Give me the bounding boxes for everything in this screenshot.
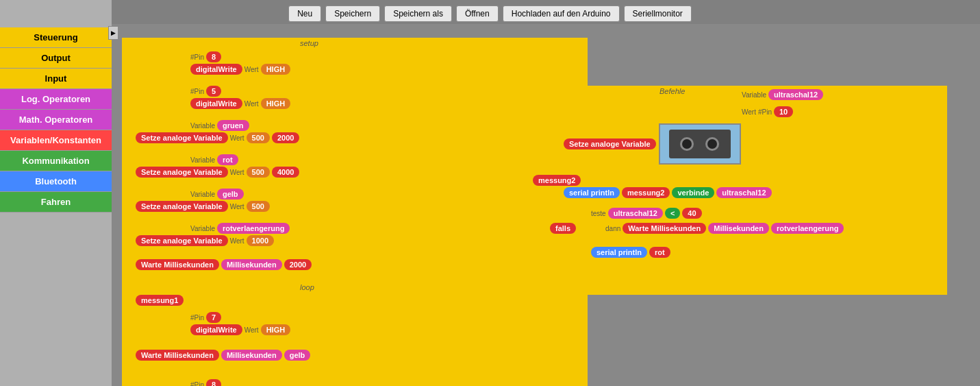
block-dw1: #Pin 8 digitalWrite Wert HIGH xyxy=(190,51,290,75)
wert-1000[interactable]: 1000 xyxy=(247,235,274,246)
sidebar-item-steuerung[interactable]: Steuerung xyxy=(0,27,112,48)
var-rotverlaengerung[interactable]: rotverlaengerung xyxy=(217,223,290,234)
setup-label: setup xyxy=(300,39,318,47)
block-sa3: Variable gelb Setze analoge Variable Wer… xyxy=(136,189,270,212)
messung1-block: messung1 xyxy=(136,295,184,306)
sensor-eye-left xyxy=(680,137,694,151)
block-sa2: Variable rot Setze analoge Variable Wert… xyxy=(136,154,299,178)
right-yellow-panel: Befehle messung2 Variable ultraschal12 W… xyxy=(529,86,947,295)
setze-analoge-3[interactable]: Setze analoge Variable xyxy=(136,201,228,212)
setze-analoge-2[interactable]: Setze analoge Variable xyxy=(136,167,228,178)
messung2-r[interactable]: messung2 xyxy=(622,187,670,198)
seriellmonitor-button[interactable]: Seriellmonitor xyxy=(624,5,692,22)
lt-sign[interactable]: < xyxy=(665,208,680,219)
value-40[interactable]: 40 xyxy=(682,208,701,219)
warte-ms-1[interactable]: Warte Millisekunden xyxy=(136,259,219,270)
digital-write-2-label[interactable]: digitalWrite xyxy=(190,98,242,109)
toolbar: Neu Speichern Speichern als Öffnen Hochl… xyxy=(0,5,980,22)
wert-500-3[interactable]: 500 xyxy=(247,201,270,212)
sensor-eye-right xyxy=(705,137,719,151)
sensor-image xyxy=(659,123,741,165)
befehle-label: Befehle xyxy=(659,87,685,95)
serial-println-1[interactable]: serial println xyxy=(564,187,620,198)
extra-4000[interactable]: 4000 xyxy=(272,167,299,178)
pin-5-pill[interactable]: 5 xyxy=(206,86,221,97)
ms-label-2[interactable]: Millisekunden xyxy=(221,350,282,361)
ms-gelb[interactable]: gelb xyxy=(284,350,311,361)
var-header: Variable ultraschal12 xyxy=(742,89,823,100)
var-gelb[interactable]: gelb xyxy=(217,189,244,200)
speichern-als-button[interactable]: Speichern als xyxy=(384,5,452,22)
block-warte1: Warte Millisekunden Millisekunden 2000 xyxy=(136,259,312,270)
setze-analoge-1[interactable]: Setze analoge Variable xyxy=(136,132,228,143)
falls-row: falls dann Warte Millisekunden Milliseku… xyxy=(550,223,844,234)
var-rot[interactable]: rot xyxy=(217,154,238,165)
block-dw2: #Pin 5 digitalWrite Wert HIGH xyxy=(190,86,290,109)
block-dw3: #Pin 7 digitalWrite Wert HIGH xyxy=(190,312,290,335)
warte-ms-2[interactable]: Warte Millisekunden xyxy=(136,350,219,361)
sidebar-item-variablen[interactable]: Variablen/Konstanten xyxy=(0,130,112,151)
serial-row-2: serial println rot xyxy=(591,247,670,258)
sidebar-item-bluetooth[interactable]: Bluetooth xyxy=(0,171,112,192)
sidebar-item-output[interactable]: Output xyxy=(0,48,112,69)
ultraschal12-r[interactable]: ultraschal12 xyxy=(716,187,771,198)
extra-2000[interactable]: 2000 xyxy=(272,132,299,143)
messung2-pill[interactable]: messung2 xyxy=(533,175,581,186)
setze-analoge-right: Setze analoge Variable xyxy=(564,123,741,165)
var-gruen[interactable]: gruen xyxy=(217,120,249,131)
block-dw4: #Pin 8 digitalWrite xyxy=(190,379,242,386)
ms-2000[interactable]: 2000 xyxy=(284,259,312,270)
sensor-body xyxy=(669,130,731,158)
verbinde-r[interactable]: verbinde xyxy=(672,187,714,198)
ultraschal12-var[interactable]: ultraschal12 xyxy=(768,89,823,100)
main-canvas: setup #Pin 8 digitalWrite Wert HIGH #Pin… xyxy=(112,24,980,386)
serial-println-2[interactable]: serial println xyxy=(591,247,647,258)
setze-analoge-4[interactable]: Setze analoge Variable xyxy=(136,235,228,246)
left-yellow-panel: setup #Pin 8 digitalWrite Wert HIGH #Pin… xyxy=(122,38,588,386)
pin-header: Wert #Pin 10 xyxy=(742,106,793,117)
pin-8b-pill[interactable]: 8 xyxy=(206,379,221,386)
speichern-button[interactable]: Speichern xyxy=(325,5,380,22)
pin-10-pill[interactable]: 10 xyxy=(774,106,793,117)
warte-ms-r[interactable]: Warte Millisekunden xyxy=(623,223,706,234)
high-3-pill[interactable]: HIGH xyxy=(261,324,291,335)
high-2-pill[interactable]: HIGH xyxy=(261,98,291,109)
block-warte2: Warte Millisekunden Millisekunden gelb xyxy=(136,350,310,361)
wert-500-2[interactable]: 500 xyxy=(247,167,270,178)
sidebar-item-math-op[interactable]: Math. Operatoren xyxy=(0,110,112,130)
messung2-side-label: messung2 xyxy=(533,175,581,186)
ms-label-r[interactable]: Millisekunden xyxy=(708,223,769,234)
rotverlaengerung-r[interactable]: rotverlaengerung xyxy=(771,223,844,234)
sidebar-item-kommunikation[interactable]: Kommunikation xyxy=(0,151,112,171)
setze-analoge-r[interactable]: Setze analoge Variable xyxy=(564,138,656,149)
falls-pill[interactable]: falls xyxy=(550,223,576,234)
serial-row-1: serial println messung2 verbinde ultrasc… xyxy=(564,187,772,198)
sidebar-item-fahren[interactable]: Fahren xyxy=(0,192,112,213)
ms-label-1[interactable]: Millisekunden xyxy=(221,259,282,270)
hochladen-button[interactable]: Hochladen auf den Arduino xyxy=(503,5,620,22)
pin-7-pill[interactable]: 7 xyxy=(206,312,221,323)
oeffnen-button[interactable]: Öffnen xyxy=(456,5,499,22)
rot-r[interactable]: rot xyxy=(649,247,670,258)
messung1-pill[interactable]: messung1 xyxy=(136,295,184,306)
high-1-pill[interactable]: HIGH xyxy=(261,64,291,75)
block-sa1: Variable gruen Setze analoge Variable We… xyxy=(136,120,299,143)
teste-row: teste ultraschal12 < 40 xyxy=(591,208,702,219)
neu-button[interactable]: Neu xyxy=(288,5,321,22)
loop-label: loop xyxy=(300,283,314,291)
digital-write-3[interactable]: digitalWrite xyxy=(190,324,242,335)
ultraschal12-teste[interactable]: ultraschal12 xyxy=(608,208,663,219)
sidebar: Steuerung Output Input Log. Operatoren M… xyxy=(0,0,112,386)
sidebar-item-input[interactable]: Input xyxy=(0,69,112,89)
sidebar-item-log-op[interactable]: Log. Operatoren xyxy=(0,89,112,110)
digital-write-label[interactable]: digitalWrite xyxy=(190,64,242,75)
wert-500-1[interactable]: 500 xyxy=(247,132,270,143)
pin-8-pill[interactable]: 8 xyxy=(206,51,221,62)
collapse-sidebar-button[interactable]: ▶ xyxy=(108,26,118,40)
block-sa4: Variable rotverlaengerung Setze analoge … xyxy=(136,223,290,246)
